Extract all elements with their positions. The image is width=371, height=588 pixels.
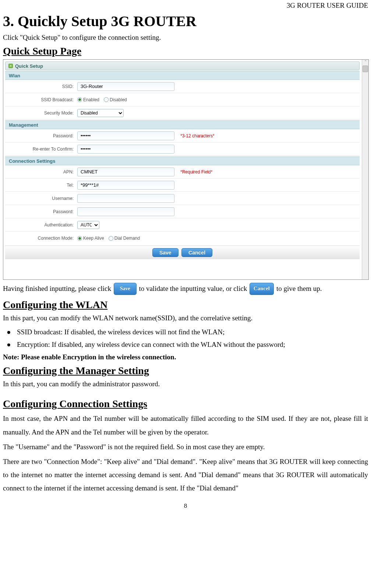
close-icon[interactable]: × <box>8 64 13 68</box>
ssid-input[interactable] <box>77 82 174 91</box>
connection-mode-row: Connection Mode: Keep Alive Dial Demand <box>5 232 360 245</box>
username-label: Username: <box>5 196 77 201</box>
radio-icon <box>104 97 109 102</box>
ssid-broadcast-label: SSID Broadcast: <box>5 97 77 102</box>
text-part: Having finished inputting, please click <box>3 285 113 292</box>
tel-row: Tel: <box>5 179 360 192</box>
section-configuring-connection: Configuring Connection Settings <box>3 398 368 410</box>
conn-password-label: Password: <box>5 209 77 214</box>
mgmt-confirm-input[interactable] <box>77 145 174 154</box>
doc-header: 3G ROUTER USER GUIDE <box>3 0 368 11</box>
apn-label: APN: <box>5 169 77 175</box>
mgmt-password-row: Password: *3-12 characters* <box>5 129 360 142</box>
security-mode-select[interactable]: Disabled <box>77 109 124 117</box>
wlan-bullets: SSID broadcast: If disabled, the wireles… <box>3 326 368 351</box>
radio-icon <box>109 236 113 241</box>
mgmt-confirm-row: Re-enter To Confirm: <box>5 142 360 156</box>
inline-save-button-image: Save <box>114 283 137 295</box>
wlan-bullet-encryption: Encryption: If disabled, any wireless de… <box>7 338 368 351</box>
authentication-label: Authentication: <box>5 222 77 228</box>
connection-p3: There are two "Connection Mode": "Keep a… <box>3 455 368 495</box>
mgmt-password-input[interactable] <box>77 131 174 140</box>
vertical-scrollbar[interactable] <box>362 60 368 279</box>
panel-header: × Quick Setup <box>5 61 360 70</box>
conn-password-row: Password: <box>5 205 360 218</box>
text-part: to give them up. <box>276 285 322 292</box>
radio-label: Dial Demand <box>114 236 140 241</box>
wlan-bullet-ssid-broadcast: SSID broadcast: If disabled, the wireles… <box>7 326 368 338</box>
conn-password-input[interactable] <box>77 207 174 216</box>
authentication-select[interactable]: AUTO <box>77 221 99 229</box>
quick-setup-screenshot: × Quick Setup Wlan SSID: SSID Broadcast:… <box>3 59 369 280</box>
radio-label: Keep Alive <box>83 236 104 241</box>
broadcast-enabled-radio[interactable]: Enabled <box>77 97 99 102</box>
apn-row: APN: *Required Field* <box>5 165 360 179</box>
mgmt-confirm-label: Re-enter To Confirm: <box>5 147 77 152</box>
scrollbar-thumb[interactable] <box>363 66 368 72</box>
button-bar: Save Cancel <box>5 246 360 259</box>
apn-input[interactable] <box>77 168 174 176</box>
radio-icon <box>77 97 82 102</box>
cancel-button[interactable]: Cancel <box>181 248 212 257</box>
tel-input[interactable] <box>77 181 174 190</box>
password-hint: *3-12 characters* <box>180 133 215 138</box>
section-quick-setup-page: Quick Setup Page <box>3 45 368 57</box>
dial-demand-radio[interactable]: Dial Demand <box>109 236 140 241</box>
connection-mode-label: Connection Mode: <box>5 236 77 241</box>
save-button[interactable]: Save <box>152 248 179 257</box>
broadcast-disabled-radio[interactable]: Disabled <box>104 97 127 102</box>
ssid-broadcast-row: SSID Broadcast: Enabled Disabled <box>5 93 360 106</box>
wlan-intro: In this part, you can modify the WLAN ne… <box>3 313 368 324</box>
text-part: to validate the inputting value, or clic… <box>139 285 249 292</box>
connection-section-band: Connection Settings <box>5 156 360 165</box>
security-mode-label: Security Mode: <box>5 110 77 116</box>
section-configuring-wlan: Configuring the WLAN <box>3 299 368 311</box>
manager-intro: In this part, you can modify the adminis… <box>3 379 368 390</box>
radio-label: Enabled <box>83 97 99 102</box>
radio-label: Disabled <box>110 97 127 102</box>
security-mode-row: Security Mode: Disabled <box>5 106 360 120</box>
intro-paragraph: Click "Quick Setup" to configure the con… <box>3 34 368 42</box>
keep-alive-radio[interactable]: Keep Alive <box>77 236 104 241</box>
page-number: 8 <box>3 502 368 510</box>
section-configuring-manager: Configuring the Manager Setting <box>3 365 368 377</box>
apn-hint: *Required Field* <box>180 169 212 175</box>
ssid-label: SSID: <box>5 84 77 89</box>
mgmt-password-label: Password: <box>5 133 77 138</box>
connection-p2: The "Username" and the "Password" is not… <box>3 440 368 454</box>
wlan-note: Note: Please enable Encryption in the wi… <box>3 353 368 361</box>
management-section-band: Management <box>5 120 360 129</box>
radio-icon <box>77 236 82 241</box>
panel-title: Quick Setup <box>15 63 43 69</box>
authentication-row: Authentication: AUTO <box>5 218 360 232</box>
username-input[interactable] <box>77 194 174 203</box>
ssid-row: SSID: <box>5 80 360 93</box>
username-row: Username: <box>5 192 360 205</box>
tel-label: Tel: <box>5 183 77 188</box>
wlan-section-band: Wlan <box>5 71 360 80</box>
connection-p1: In most case, the APN and the Tel number… <box>3 412 368 439</box>
inline-cancel-button-image: Cancel <box>250 283 274 295</box>
after-screenshot-paragraph: Having finished inputting, please click … <box>3 282 368 295</box>
chapter-title: 3. Quickly Setup 3G ROUTER <box>3 13 368 30</box>
